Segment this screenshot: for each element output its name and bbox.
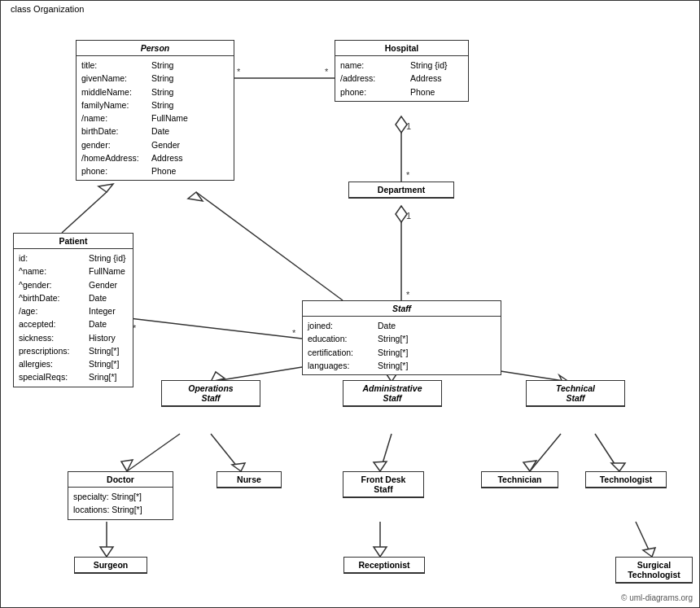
- receptionist-header: Receptionist: [344, 558, 424, 573]
- technician-class: Technician: [481, 471, 558, 488]
- patient-attrs: id:String {id} ^name:FullName ^gender:Ge…: [14, 249, 133, 387]
- nurse-header: Nurse: [217, 472, 281, 488]
- diagram-container: class Organization * * 1 * 1 *: [0, 0, 700, 608]
- front-desk-staff-class: Front DeskStaff: [343, 471, 424, 498]
- front-desk-header: Front DeskStaff: [343, 472, 423, 497]
- technical-staff-header: TechnicalStaff: [527, 381, 624, 406]
- svg-text:*: *: [325, 67, 329, 77]
- doctor-attrs: specialty: String[*] locations: String[*…: [68, 488, 173, 519]
- technical-staff-class: TechnicalStaff: [526, 380, 625, 407]
- svg-line-28: [380, 434, 392, 471]
- svg-text:1: 1: [406, 121, 411, 131]
- hospital-attrs: name:String {id} /address:Address phone:…: [335, 56, 468, 101]
- department-header: Department: [349, 182, 453, 198]
- svg-marker-37: [374, 547, 387, 557]
- svg-text:*: *: [406, 290, 410, 300]
- diagram-title: class Organization: [7, 4, 88, 14]
- staff-header: Staff: [303, 301, 501, 317]
- svg-text:*: *: [292, 328, 296, 338]
- staff-attrs: joined:Date education:String[*] certific…: [303, 317, 501, 374]
- svg-line-15: [129, 318, 302, 339]
- svg-marker-39: [643, 548, 655, 557]
- svg-line-26: [211, 434, 241, 471]
- operations-staff-header: OperationsStaff: [162, 381, 260, 406]
- copyright: © uml-diagrams.org: [621, 593, 693, 602]
- svg-marker-4: [396, 116, 407, 133]
- doctor-header: Doctor: [68, 472, 173, 488]
- person-class: Person title:String givenName:String mid…: [76, 40, 234, 181]
- svg-line-11: [62, 192, 107, 233]
- svg-line-13: [196, 192, 343, 300]
- svg-marker-35: [100, 547, 113, 557]
- svg-marker-25: [121, 460, 133, 471]
- staff-class: Staff joined:Date education:String[*] ce…: [302, 300, 501, 375]
- hospital-header: Hospital: [335, 41, 468, 56]
- svg-marker-8: [396, 206, 407, 222]
- nurse-class: Nurse: [217, 471, 282, 488]
- svg-line-38: [636, 522, 652, 557]
- department-class: Department: [348, 182, 454, 199]
- svg-marker-27: [232, 463, 245, 471]
- svg-text:*: *: [237, 67, 241, 77]
- technologist-class: Technologist: [585, 471, 667, 488]
- person-header: Person: [77, 41, 234, 56]
- svg-marker-12: [98, 184, 113, 192]
- surgical-technologist-class: SurgicalTechnologist: [615, 557, 693, 584]
- svg-marker-14: [188, 192, 203, 201]
- patient-class: Patient id:String {id} ^name:FullName ^g…: [13, 233, 133, 387]
- operations-staff-class: OperationsStaff: [161, 380, 260, 407]
- administrative-staff-class: AdministrativeStaff: [343, 380, 442, 407]
- hospital-class: Hospital name:String {id} /address:Addre…: [335, 40, 469, 102]
- surgical-technologist-header: SurgicalTechnologist: [616, 558, 692, 583]
- svg-marker-29: [374, 461, 387, 471]
- svg-line-32: [595, 434, 619, 471]
- svg-marker-33: [611, 463, 625, 471]
- surgeon-header: Surgeon: [75, 558, 147, 573]
- person-attrs: title:String givenName:String middleName…: [77, 56, 234, 180]
- svg-line-30: [530, 434, 561, 471]
- surgeon-class: Surgeon: [74, 557, 147, 574]
- administrative-staff-header: AdministrativeStaff: [343, 381, 441, 406]
- technologist-header: Technologist: [586, 472, 666, 488]
- receptionist-class: Receptionist: [343, 557, 425, 574]
- svg-text:1: 1: [406, 211, 411, 221]
- svg-text:*: *: [406, 170, 410, 180]
- svg-line-24: [127, 434, 180, 471]
- technician-header: Technician: [482, 472, 558, 488]
- svg-marker-31: [523, 461, 536, 471]
- doctor-class: Doctor specialty: String[*] locations: S…: [68, 471, 173, 520]
- patient-header: Patient: [14, 234, 133, 249]
